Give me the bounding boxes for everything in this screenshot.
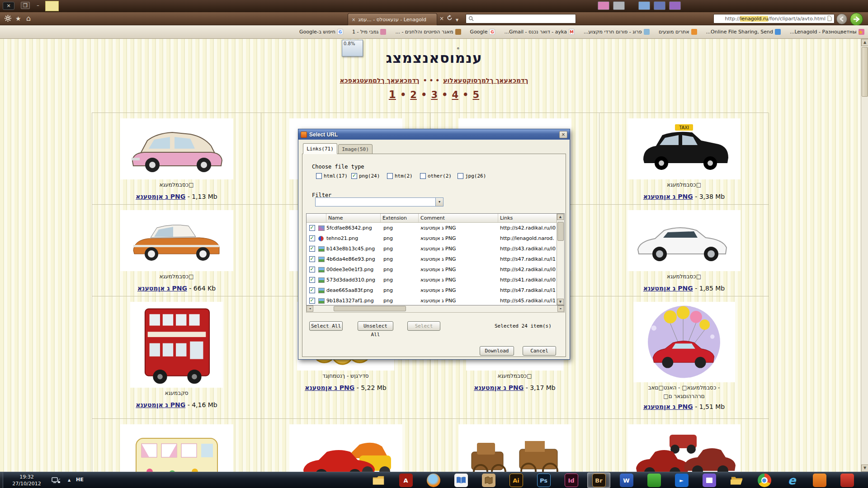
taskbar-icon-chrome[interactable] [753, 473, 776, 488]
row-checkbox[interactable] [309, 246, 315, 252]
favorites-star-icon[interactable]: ★ [15, 15, 21, 22]
select-button[interactable]: Select [407, 321, 440, 331]
row-checkbox[interactable] [309, 298, 315, 304]
scroll-up-icon[interactable]: ▲ [557, 214, 564, 220]
dialog-titlebar[interactable]: Select URL × [298, 129, 570, 140]
scroll-left-icon[interactable]: ◄ [307, 305, 313, 312]
row-checkbox[interactable] [309, 277, 315, 283]
clipart-image-wooden-cars[interactable] [458, 424, 571, 472]
taskbar-icon-red-app[interactable] [835, 473, 859, 488]
scroll-down-icon[interactable]: ▼ [861, 465, 868, 472]
browser-tab[interactable]: × גמע... - סלטואענע - Lenagold [348, 13, 437, 25]
clipart-image-black-taxi[interactable]: TAXI [627, 118, 741, 179]
clipart-image-classic-orange-car[interactable] [120, 210, 233, 271]
clipart-download-link[interactable]: אנעטמןא ג PNG [136, 401, 185, 408]
clipart-download-link[interactable]: אנעטמןא ג PNG [643, 285, 693, 292]
taskbar-icon-illustrator[interactable]: Ai [505, 473, 528, 488]
header-comment[interactable]: Comment [419, 214, 498, 222]
file-row[interactable]: b143e8b13c45.pngpngאנעטמןא ג PNGhttp://s… [307, 244, 564, 254]
filter-dropdown[interactable]: ▼ [315, 197, 443, 206]
tab-thumbnail[interactable] [613, 1, 625, 10]
header-extension[interactable]: Extension [381, 214, 419, 222]
back-button[interactable] [836, 14, 847, 24]
clipart-image-hippie-van[interactable] [120, 424, 233, 472]
file-row[interactable]: tehno21.pngpngאנעטמןא ג PNGhttp://lenago… [307, 233, 564, 244]
go-button[interactable] [850, 13, 863, 26]
tray-expand-icon[interactable]: ▲ [68, 478, 71, 482]
file-row[interactable]: 573d3dadd310.pngpngאנעטמןא ג PNGhttp://s… [307, 275, 564, 285]
taskbar-icon-word[interactable]: W [615, 473, 638, 488]
header-links[interactable]: Links [498, 214, 564, 222]
clipart-download-link[interactable]: אנעטמןא ג PNG [643, 403, 693, 410]
taskbar-icon-backup-app[interactable] [698, 473, 721, 488]
taskbar-icon-reader[interactable] [449, 473, 472, 488]
row-checkbox[interactable] [309, 225, 315, 231]
clipart-download-link[interactable]: אנעטמןא ג PNG [305, 384, 354, 391]
clipart-image-vintage-red-cars[interactable] [627, 424, 741, 472]
page-link-5[interactable]: 5 [473, 89, 480, 100]
row-checkbox[interactable] [309, 256, 315, 262]
tab-close-icon[interactable]: × [352, 17, 355, 22]
show-desktop-button[interactable] [0, 472, 3, 488]
clipart-image-double-decker-bus[interactable] [130, 302, 223, 388]
taskbar-icon-orange-app[interactable] [808, 473, 831, 488]
bookmark-gmail-1[interactable]: גמבי מיל - 1 [352, 29, 386, 35]
tab-thumbnail[interactable] [654, 1, 665, 10]
search-input[interactable] [466, 14, 576, 23]
filetype-png[interactable]: png(24) [351, 173, 380, 179]
window-close-icon[interactable]: × [3, 2, 14, 10]
bookmark-lenagold[interactable]: Lenagold - Разноцветны... [790, 29, 864, 35]
taskbar-icon-green-app[interactable] [642, 473, 665, 488]
file-row[interactable]: deae665aa83f.pngpngאנעטמןא ג PNGhttp://s… [307, 285, 564, 296]
taskbar-clock[interactable]: 19:32 27/10/2012 [7, 474, 46, 487]
hscroll-thumb[interactable] [334, 306, 406, 311]
taskbar-icon-atlas[interactable] [477, 473, 500, 488]
clipart-download-link[interactable]: אנעטמןא ג PNG [643, 193, 693, 200]
taskbar-icon-explorer[interactable] [367, 473, 390, 488]
unselect-all-button[interactable]: Unselect All [358, 321, 393, 331]
filetype-other[interactable]: other(2) [420, 173, 452, 179]
vscroll-thumb[interactable] [557, 222, 564, 241]
bookmark-google[interactable]: GGoogle [470, 29, 495, 35]
clipart-image-balloon-car[interactable] [633, 302, 735, 382]
scrollbar-thumb[interactable] [862, 47, 868, 97]
tab-thumbnail[interactable] [669, 1, 681, 10]
language-indicator[interactable]: HE [76, 477, 84, 483]
clipart-download-link[interactable]: אנעטמןא ג PNG [136, 193, 185, 200]
row-checkbox[interactable] [309, 235, 315, 241]
bookmark-suggested-sites[interactable]: אתרים מוצעים [659, 29, 697, 35]
window-restore-icon[interactable]: ❒ [21, 2, 30, 9]
favorites-gold-star-icon[interactable]: ★ [858, 28, 863, 36]
bookmark-prog-forum[interactable]: פרוג - פורום חרדי מקצוע... [584, 29, 650, 35]
file-row[interactable]: 9b18a1327af1.pngpngאנעטמןא ג PNGhttp://s… [307, 296, 564, 305]
clipart-image-toy-cars[interactable] [289, 424, 402, 472]
network-icon[interactable] [52, 477, 61, 486]
page-link-1[interactable]: 1 [389, 89, 396, 100]
scroll-down-icon[interactable]: ▼ [557, 299, 564, 305]
bookmark-file-sharing[interactable]: Online File Sharing, Send... [706, 29, 781, 35]
taskbar-icon-photoshop[interactable]: Ps [532, 473, 555, 488]
select-all-button[interactable]: Select All [309, 321, 343, 331]
clipart-download-link[interactable]: אנעטמןא ג PNG [137, 285, 187, 292]
file-row[interactable]: 5fcdfae86342.pngpngאנעטמןא ג PNGhttp://s… [307, 223, 564, 233]
chevron-down-icon[interactable]: ▼ [456, 17, 458, 24]
catalog-link-1[interactable]: אכפאגטעמםלך ךאעאכמדך [340, 77, 420, 84]
scroll-right-icon[interactable]: ► [557, 305, 564, 312]
tab-thumbnail[interactable] [598, 1, 609, 10]
checkbox-htm[interactable] [387, 173, 393, 179]
clipart-download-link[interactable]: אנעטמןא ג PNG [474, 384, 524, 391]
taskbar-icon-acrobat[interactable]: A [394, 473, 417, 488]
scroll-up-icon[interactable]: ▲ [861, 39, 868, 46]
bookmark-piyut-archive[interactable]: מאגר הפיוטים והלחנים - ... [395, 29, 461, 35]
checkbox-html[interactable] [316, 173, 322, 179]
tab-image[interactable]: Image(50) [338, 144, 373, 154]
row-checkbox[interactable] [309, 287, 315, 293]
page-link-4[interactable]: 4 [452, 89, 458, 100]
address-bar[interactable]: http://lenagold.ru/fon/clipart/a/avto.ht… [713, 14, 835, 23]
header-name[interactable]: Name [326, 214, 381, 222]
bookmark-gmail-inbox[interactable]: Mayka - דואר נכנס - Gmail... [504, 29, 575, 35]
filetype-htm[interactable]: htm(2) [387, 173, 413, 179]
clipart-image-pink-vintage-car[interactable] [120, 118, 233, 179]
page-link-2[interactable]: 2 [410, 89, 417, 100]
cancel-button[interactable]: Cancel [523, 346, 556, 356]
